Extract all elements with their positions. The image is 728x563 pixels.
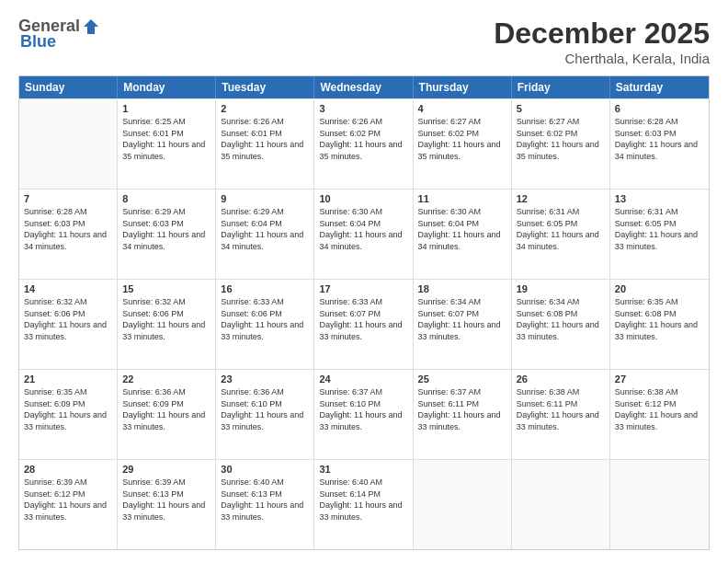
cell-info: Sunrise: 6:30 AMSunset: 6:04 PMDaylight:…: [319, 206, 407, 252]
cell-day-number: 13: [615, 193, 704, 204]
cell-info: Sunrise: 6:30 AMSunset: 6:04 PMDaylight:…: [418, 206, 506, 252]
cell-day-number: 2: [221, 103, 309, 114]
logo-icon: [82, 17, 100, 36]
cell-info: Sunrise: 6:34 AMSunset: 6:07 PMDaylight:…: [418, 296, 506, 342]
day-header-thursday: Thursday: [414, 76, 512, 98]
cell-info: Sunrise: 6:36 AMSunset: 6:09 PMDaylight:…: [122, 386, 210, 432]
cal-cell: 18Sunrise: 6:34 AMSunset: 6:07 PMDayligh…: [414, 280, 512, 369]
page: General Blue December 2025 Cherthala, Ke…: [0, 0, 728, 563]
subtitle: Cherthala, Kerala, India: [494, 51, 710, 66]
cell-day-number: 18: [418, 283, 506, 294]
day-header-sunday: Sunday: [19, 76, 118, 98]
cal-cell: 26Sunrise: 6:38 AMSunset: 6:11 PMDayligh…: [512, 370, 610, 459]
month-title: December 2025: [494, 17, 710, 51]
cell-info: Sunrise: 6:37 AMSunset: 6:10 PMDaylight:…: [319, 386, 407, 432]
cal-cell: 29Sunrise: 6:39 AMSunset: 6:13 PMDayligh…: [118, 460, 216, 549]
cal-cell: 6Sunrise: 6:28 AMSunset: 6:03 PMDaylight…: [610, 99, 709, 189]
cal-cell: 23Sunrise: 6:36 AMSunset: 6:10 PMDayligh…: [216, 370, 314, 459]
cell-info: Sunrise: 6:27 AMSunset: 6:02 PMDaylight:…: [418, 116, 506, 162]
cell-info: Sunrise: 6:25 AMSunset: 6:01 PMDaylight:…: [122, 116, 210, 162]
cal-cell: 25Sunrise: 6:37 AMSunset: 6:11 PMDayligh…: [414, 370, 512, 459]
cell-day-number: 26: [517, 373, 605, 385]
cal-cell: 22Sunrise: 6:36 AMSunset: 6:09 PMDayligh…: [118, 370, 216, 459]
cal-cell: 5Sunrise: 6:27 AMSunset: 6:02 PMDaylight…: [512, 99, 610, 189]
cell-info: Sunrise: 6:34 AMSunset: 6:08 PMDaylight:…: [517, 296, 605, 342]
cal-cell: 24Sunrise: 6:37 AMSunset: 6:10 PMDayligh…: [314, 370, 413, 459]
cell-info: Sunrise: 6:39 AMSunset: 6:13 PMDaylight:…: [122, 477, 210, 523]
cell-info: Sunrise: 6:31 AMSunset: 6:05 PMDaylight:…: [615, 206, 704, 252]
cell-info: Sunrise: 6:28 AMSunset: 6:03 PMDaylight:…: [615, 116, 704, 162]
cal-cell: 14Sunrise: 6:32 AMSunset: 6:06 PMDayligh…: [19, 280, 118, 369]
cell-day-number: 11: [418, 193, 506, 204]
cal-cell: [19, 99, 118, 189]
cell-info: Sunrise: 6:32 AMSunset: 6:06 PMDaylight:…: [122, 296, 210, 342]
cell-info: Sunrise: 6:37 AMSunset: 6:11 PMDaylight:…: [418, 386, 506, 432]
calendar-header: SundayMondayTuesdayWednesdayThursdayFrid…: [19, 76, 709, 98]
cal-cell: 13Sunrise: 6:31 AMSunset: 6:05 PMDayligh…: [610, 190, 709, 279]
cal-week-4: 21Sunrise: 6:35 AMSunset: 6:09 PMDayligh…: [19, 369, 709, 459]
cal-cell: 20Sunrise: 6:35 AMSunset: 6:08 PMDayligh…: [610, 280, 709, 369]
cell-info: Sunrise: 6:35 AMSunset: 6:08 PMDaylight:…: [615, 296, 704, 342]
cell-info: Sunrise: 6:38 AMSunset: 6:12 PMDaylight:…: [615, 386, 704, 432]
calendar-body: 1Sunrise: 6:25 AMSunset: 6:01 PMDaylight…: [19, 98, 709, 549]
cell-day-number: 20: [615, 283, 704, 294]
title-section: December 2025 Cherthala, Kerala, India: [494, 17, 710, 66]
cell-day-number: 10: [319, 193, 407, 204]
calendar: SundayMondayTuesdayWednesdayThursdayFrid…: [18, 75, 710, 550]
cell-info: Sunrise: 6:31 AMSunset: 6:05 PMDaylight:…: [517, 206, 605, 252]
cal-cell: 2Sunrise: 6:26 AMSunset: 6:01 PMDaylight…: [216, 99, 314, 189]
cal-cell: 7Sunrise: 6:28 AMSunset: 6:03 PMDaylight…: [19, 190, 118, 279]
cal-cell: [414, 460, 512, 549]
cell-info: Sunrise: 6:33 AMSunset: 6:07 PMDaylight:…: [319, 296, 407, 342]
logo-blue: Blue: [20, 32, 56, 52]
cell-day-number: 7: [24, 193, 112, 204]
cell-day-number: 25: [418, 373, 506, 385]
cell-info: Sunrise: 6:26 AMSunset: 6:01 PMDaylight:…: [221, 116, 309, 162]
cal-cell: 30Sunrise: 6:40 AMSunset: 6:13 PMDayligh…: [216, 460, 314, 549]
cal-cell: 9Sunrise: 6:29 AMSunset: 6:04 PMDaylight…: [216, 190, 314, 279]
cal-cell: 28Sunrise: 6:39 AMSunset: 6:12 PMDayligh…: [19, 460, 118, 549]
cell-day-number: 14: [24, 283, 112, 294]
header: General Blue December 2025 Cherthala, Ke…: [18, 17, 710, 66]
cal-cell: 8Sunrise: 6:29 AMSunset: 6:03 PMDaylight…: [118, 190, 216, 279]
cal-cell: 4Sunrise: 6:27 AMSunset: 6:02 PMDaylight…: [414, 99, 512, 189]
cell-day-number: 17: [319, 283, 407, 294]
cal-cell: [610, 460, 709, 549]
day-header-wednesday: Wednesday: [314, 76, 413, 98]
cell-day-number: 9: [221, 193, 309, 204]
cell-info: Sunrise: 6:36 AMSunset: 6:10 PMDaylight:…: [221, 386, 309, 432]
cell-info: Sunrise: 6:29 AMSunset: 6:04 PMDaylight:…: [221, 206, 309, 252]
cell-day-number: 23: [221, 373, 309, 385]
cal-week-3: 14Sunrise: 6:32 AMSunset: 6:06 PMDayligh…: [19, 279, 709, 369]
cell-day-number: 6: [615, 103, 704, 114]
cal-week-1: 1Sunrise: 6:25 AMSunset: 6:01 PMDaylight…: [19, 98, 709, 189]
day-header-friday: Friday: [512, 76, 610, 98]
cell-info: Sunrise: 6:40 AMSunset: 6:14 PMDaylight:…: [319, 477, 407, 523]
logo: General Blue: [18, 17, 100, 52]
cell-info: Sunrise: 6:28 AMSunset: 6:03 PMDaylight:…: [24, 206, 112, 252]
cell-day-number: 24: [319, 373, 407, 385]
cell-info: Sunrise: 6:33 AMSunset: 6:06 PMDaylight:…: [221, 296, 309, 342]
cal-cell: 12Sunrise: 6:31 AMSunset: 6:05 PMDayligh…: [512, 190, 610, 279]
cal-cell: 11Sunrise: 6:30 AMSunset: 6:04 PMDayligh…: [414, 190, 512, 279]
day-header-tuesday: Tuesday: [216, 76, 314, 98]
cell-day-number: 12: [517, 193, 605, 204]
cal-cell: 1Sunrise: 6:25 AMSunset: 6:01 PMDaylight…: [118, 99, 216, 189]
cal-cell: 3Sunrise: 6:26 AMSunset: 6:02 PMDaylight…: [314, 99, 413, 189]
cell-day-number: 4: [418, 103, 506, 114]
cell-info: Sunrise: 6:27 AMSunset: 6:02 PMDaylight:…: [517, 116, 605, 162]
cal-cell: 21Sunrise: 6:35 AMSunset: 6:09 PMDayligh…: [19, 370, 118, 459]
cell-day-number: 16: [221, 283, 309, 294]
cell-day-number: 1: [122, 103, 210, 114]
cal-cell: 17Sunrise: 6:33 AMSunset: 6:07 PMDayligh…: [314, 280, 413, 369]
cell-day-number: 31: [319, 464, 407, 475]
cal-cell: 27Sunrise: 6:38 AMSunset: 6:12 PMDayligh…: [610, 370, 709, 459]
cal-cell: 19Sunrise: 6:34 AMSunset: 6:08 PMDayligh…: [512, 280, 610, 369]
day-header-saturday: Saturday: [610, 76, 709, 98]
cell-day-number: 27: [615, 373, 704, 385]
svg-marker-0: [84, 19, 98, 34]
cell-day-number: 15: [122, 283, 210, 294]
cell-info: Sunrise: 6:29 AMSunset: 6:03 PMDaylight:…: [122, 206, 210, 252]
cal-cell: 31Sunrise: 6:40 AMSunset: 6:14 PMDayligh…: [314, 460, 413, 549]
cell-day-number: 28: [24, 464, 112, 475]
